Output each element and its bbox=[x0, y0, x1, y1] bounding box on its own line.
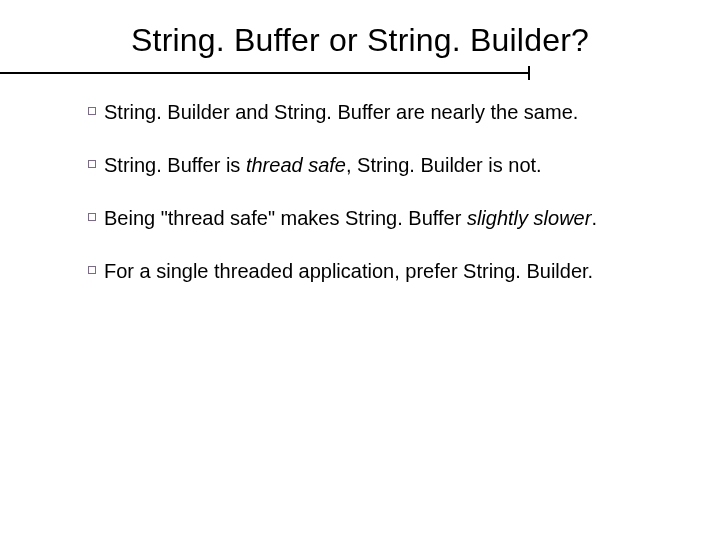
bullet-text: Being "thread safe" makes String. Buffer… bbox=[104, 206, 688, 231]
bullet-text: String. Builder and String. Buffer are n… bbox=[104, 100, 688, 125]
title-underline bbox=[0, 72, 530, 74]
bullet-icon bbox=[88, 213, 96, 221]
bullet-icon bbox=[88, 160, 96, 168]
bullet-icon bbox=[88, 107, 96, 115]
slide-title: String. Buffer or String. Builder? bbox=[0, 22, 720, 59]
list-item: String. Buffer is thread safe, String. B… bbox=[88, 153, 688, 178]
bullet-text: String. Buffer is thread safe, String. B… bbox=[104, 153, 688, 178]
list-item: For a single threaded application, prefe… bbox=[88, 259, 688, 284]
bullet-icon bbox=[88, 266, 96, 274]
bullet-text: For a single threaded application, prefe… bbox=[104, 259, 688, 284]
title-underline-tick bbox=[528, 66, 530, 80]
slide: String. Buffer or String. Builder? Strin… bbox=[0, 0, 720, 540]
slide-body: String. Builder and String. Buffer are n… bbox=[88, 100, 688, 312]
list-item: String. Builder and String. Buffer are n… bbox=[88, 100, 688, 125]
list-item: Being "thread safe" makes String. Buffer… bbox=[88, 206, 688, 231]
